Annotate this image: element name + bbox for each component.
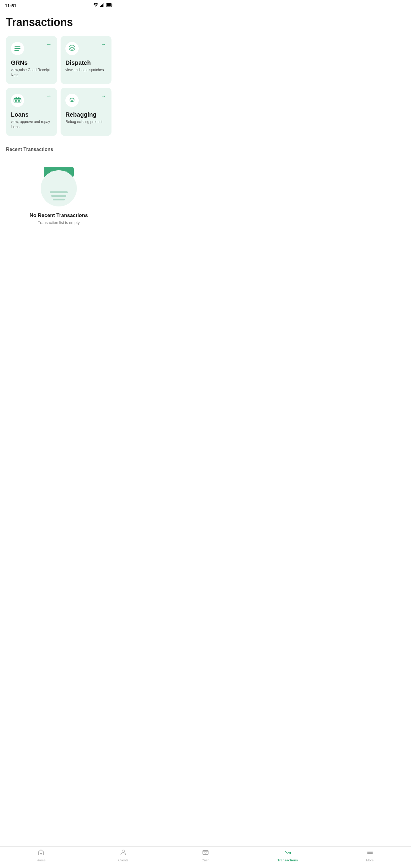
svg-rect-3 [103,3,104,7]
grns-card[interactable]: → GRNs view,raise Good Receipt Note [6,36,57,84]
signal-icon [100,3,104,8]
loans-card-title: Loans [11,111,52,118]
loans-icon-wrapper [11,94,24,107]
dispatch-card[interactable]: → Dispatch view and log dispatches [61,36,112,84]
wifi-icon [93,3,98,8]
grn-icon [13,45,22,52]
svg-rect-1 [101,5,102,7]
status-time: 11:51 [5,3,16,8]
empty-illustration [38,164,80,207]
svg-point-7 [15,100,17,101]
rebagging-card-title: Rebagging [65,111,107,118]
dispatch-card-desc: view and log dispatches [65,67,107,73]
empty-subtitle: Transaction list is empty [38,220,80,225]
empty-circle-graphic [41,170,77,207]
status-icons [93,3,113,8]
page-title: Transactions [6,16,112,29]
loans-arrow-icon: → [46,93,52,99]
page-content: Transactions → GRNs view,raise Good Rece… [0,10,118,267]
grn-line-2 [14,48,21,49]
rebagging-arrow-icon: → [101,93,106,99]
dispatch-arrow-icon: → [101,41,106,48]
cards-grid: → GRNs view,raise Good Receipt Note → [6,36,112,136]
rebagging-card[interactable]: → Rebagging Rebag existing product [61,88,112,136]
rebagging-card-desc: Rebag existing product [65,119,107,124]
empty-title: No Recent Transactions [30,213,88,218]
svg-point-10 [71,97,73,99]
svg-rect-5 [107,4,111,7]
svg-rect-2 [102,4,103,7]
recent-transactions-title: Recent Transactions [6,147,112,152]
grns-card-desc: view,raise Good Receipt Note [11,67,52,78]
grns-card-title: GRNs [11,59,52,66]
grn-line-1 [14,46,21,47]
svg-rect-6 [14,98,21,102]
svg-rect-0 [100,6,101,7]
loans-card[interactable]: → Loans view, approve and repay loans [6,88,57,136]
empty-list-line-3 [53,198,65,200]
rebagging-icon [68,96,76,105]
empty-state: No Recent Transactions Transaction list … [6,158,112,237]
dispatch-card-title: Dispatch [65,59,107,66]
dispatch-icon [68,44,76,53]
empty-list-line-1 [50,191,68,193]
empty-list-line-2 [51,195,66,197]
status-bar: 11:51 [0,0,118,10]
grns-arrow-icon: → [46,41,52,48]
dispatch-icon-wrapper [65,42,78,55]
grn-line-3 [14,50,19,51]
battery-icon [106,3,113,8]
rebagging-icon-wrapper [65,94,78,107]
loans-icon [13,97,22,104]
grns-icon-wrapper [11,42,24,55]
svg-point-8 [19,100,20,101]
loans-card-desc: view, approve and repay loans [11,119,52,130]
